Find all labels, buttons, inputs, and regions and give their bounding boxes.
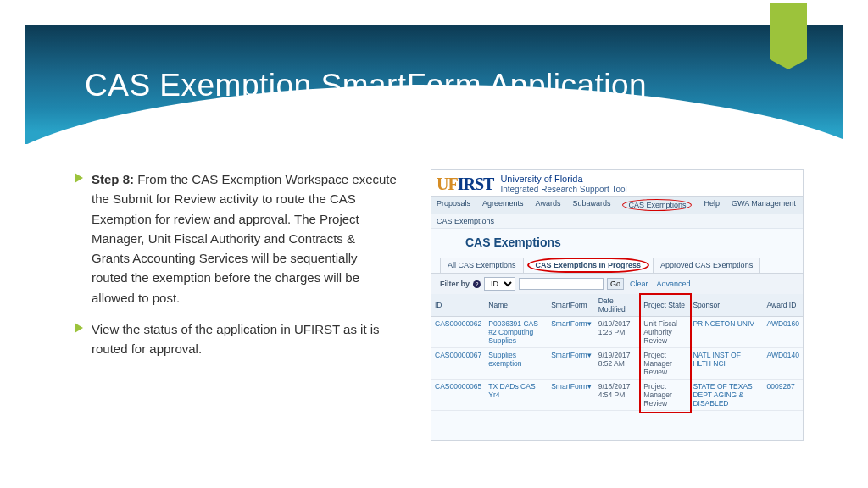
ufirst-logo: UFIRST bbox=[437, 175, 493, 194]
cell[interactable]: SmartForm▾ bbox=[548, 348, 595, 380]
cell[interactable]: CAS00000065 bbox=[431, 380, 485, 411]
ufirst-screenshot: UFIRST University of Florida Integrated … bbox=[431, 169, 804, 441]
filter-label: Filter by bbox=[440, 280, 470, 288]
column-header[interactable]: Date Modified bbox=[595, 294, 641, 317]
cell[interactable]: CAS00000062 bbox=[431, 317, 485, 348]
subtab[interactable]: Approved CAS Exemptions bbox=[653, 258, 760, 273]
slide-title: CAS Exemption SmartForm Application bbox=[25, 25, 843, 103]
filter-bar: Filter by ? ID Go Clear Advanced bbox=[431, 274, 803, 294]
column-header[interactable]: Sponsor bbox=[689, 294, 763, 317]
column-header[interactable]: ID bbox=[431, 294, 485, 317]
table-row: CAS00000067Supplies exemptionSmartForm▾9… bbox=[431, 348, 803, 380]
bullet-icon bbox=[75, 323, 83, 333]
cell[interactable]: Supplies exemption bbox=[485, 348, 548, 380]
step-text: From the CAS Exemption Workspace execute… bbox=[92, 172, 397, 305]
subtab[interactable]: CAS Exemptions In Progress bbox=[527, 258, 650, 273]
bullet-item: Step 8: From the CAS Exemption Workspace… bbox=[75, 169, 397, 308]
site-name: University of Florida bbox=[500, 174, 626, 185]
page-title: CAS Exemptions bbox=[431, 229, 803, 258]
filter-field-select[interactable]: ID bbox=[484, 277, 515, 291]
subtabs: All CAS ExemptionsCAS Exemptions In Prog… bbox=[431, 258, 803, 274]
advanced-link[interactable]: Advanced bbox=[654, 279, 693, 289]
cell[interactable]: NATL INST OF HLTH NCI bbox=[689, 348, 763, 380]
cell[interactable]: AWD0160 bbox=[764, 317, 803, 348]
bullet-icon bbox=[75, 173, 83, 183]
slide-accent bbox=[770, 3, 807, 59]
column-header[interactable]: SmartForm bbox=[548, 294, 595, 317]
go-button[interactable]: Go bbox=[607, 278, 624, 290]
nav-item[interactable]: Proposals bbox=[437, 199, 470, 211]
clear-button[interactable]: Clear bbox=[627, 279, 651, 289]
column-header[interactable]: Award ID bbox=[764, 294, 803, 317]
cell[interactable]: TX DADs CAS Yr4 bbox=[485, 380, 548, 411]
cell[interactable]: SmartForm▾ bbox=[548, 380, 595, 411]
main-nav: ProposalsAgreementsAwardsSubawardsCAS Ex… bbox=[431, 196, 803, 214]
cell[interactable]: 0009267 bbox=[764, 380, 803, 411]
cell: 9/19/2017 8:52 AM bbox=[595, 348, 641, 380]
help-icon[interactable]: ? bbox=[473, 280, 481, 288]
site-subtitle: Integrated Research Support Tool bbox=[500, 185, 626, 195]
nav-item[interactable]: Awards bbox=[536, 199, 561, 211]
nav-item[interactable]: Help bbox=[704, 199, 720, 211]
cell: 9/18/2017 4:54 PM bbox=[595, 380, 641, 411]
subtab[interactable]: All CAS Exemptions bbox=[440, 258, 524, 273]
title-banner: CAS Exemption SmartForm Application bbox=[25, 25, 843, 144]
breadcrumb: CAS Exemptions bbox=[431, 214, 803, 229]
cell: 9/19/2017 1:26 PM bbox=[595, 317, 641, 348]
table-row: CAS00000065TX DADs CAS Yr4SmartForm▾9/18… bbox=[431, 380, 803, 411]
step-label: Step 8: bbox=[92, 172, 134, 186]
nav-item[interactable]: GWA Management bbox=[732, 199, 796, 211]
column-header[interactable]: Name bbox=[485, 294, 548, 317]
nav-item[interactable]: Subawards bbox=[572, 199, 610, 211]
step-text: View the status of the application in UF… bbox=[92, 319, 397, 359]
nav-item[interactable]: CAS Exemptions bbox=[622, 199, 692, 211]
cell[interactable]: PRINCETON UNIV bbox=[689, 317, 763, 348]
bullet-item: View the status of the application in UF… bbox=[75, 319, 397, 359]
results-table: IDNameSmartFormDate ModifiedProject Stat… bbox=[431, 294, 803, 411]
cell[interactable]: P0036391 CAS #2 Computing Supplies bbox=[485, 317, 548, 348]
nav-item[interactable]: Agreements bbox=[482, 199, 524, 211]
bullet-list: Step 8: From the CAS Exemption Workspace… bbox=[75, 169, 397, 441]
cell[interactable]: CAS00000067 bbox=[431, 348, 485, 380]
project-state-highlight bbox=[639, 293, 692, 413]
cell[interactable]: SmartForm▾ bbox=[548, 317, 595, 348]
cell[interactable]: AWD0140 bbox=[764, 348, 803, 380]
cell[interactable]: STATE OF TEXAS DEPT AGING & DISABLED bbox=[689, 380, 763, 411]
filter-input[interactable] bbox=[519, 278, 604, 290]
table-row: CAS00000062P0036391 CAS #2 Computing Sup… bbox=[431, 317, 803, 348]
